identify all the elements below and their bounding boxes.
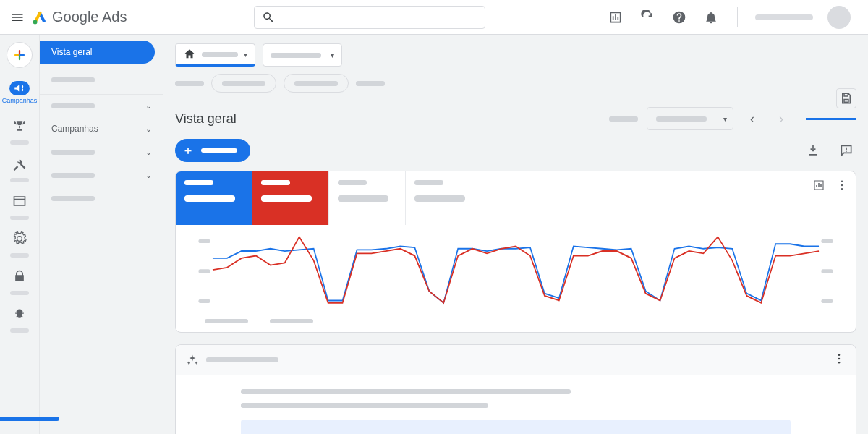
card-menu-button[interactable] [834, 177, 850, 193]
refresh-icon[interactable] [639, 9, 656, 26]
gear-icon [12, 231, 27, 246]
sidebar-item[interactable] [40, 187, 163, 210]
avatar[interactable] [827, 6, 851, 29]
chart-type-button[interactable] [811, 177, 827, 193]
svg-point-12 [838, 354, 841, 356]
filter-chip[interactable] [211, 74, 276, 93]
trophy-icon [12, 119, 27, 133]
metric-tab-3[interactable] [329, 171, 406, 225]
metric-tab-1[interactable] [176, 171, 252, 225]
more-vert-icon [833, 352, 846, 365]
sidebar-item-label: Vista geral [51, 47, 92, 57]
svg-point-5 [841, 188, 843, 190]
sidebar-item[interactable] [40, 68, 163, 91]
plus-icon: ＋ [181, 143, 195, 158]
save-view-button[interactable] [836, 88, 856, 109]
plus-icon [13, 48, 26, 61]
svg-point-0 [33, 20, 38, 24]
rail-item-campaigns[interactable]: Campanhas [2, 78, 38, 107]
date-prev-button[interactable]: ‹ [742, 109, 762, 129]
svg-point-14 [838, 362, 841, 364]
rail-bottom-link[interactable] [0, 412, 65, 425]
more-vert-icon [835, 179, 848, 192]
main-content: ▾ ▾ Vista geral ‹ › ＋ [163, 35, 868, 434]
sidebar-item[interactable]: ⌄ [40, 94, 163, 117]
svg-point-4 [841, 184, 843, 187]
sidebar-item[interactable]: ⌄ [40, 140, 163, 163]
home-icon [183, 48, 196, 61]
menu-icon[interactable] [9, 9, 26, 26]
chevron-down-icon: ⌄ [145, 171, 152, 180]
notifications-icon[interactable] [702, 9, 720, 26]
save-icon [840, 92, 853, 105]
legend-item [205, 319, 248, 323]
rail-label-campaigns: Campanhas [2, 97, 38, 104]
new-campaign-button[interactable]: ＋ [175, 139, 250, 162]
filter-label [175, 81, 204, 86]
nav-rail: Campanhas [0, 35, 39, 434]
date-next-button[interactable]: › [771, 109, 791, 129]
card-menu-button[interactable] [833, 352, 846, 367]
sidebar-item-overview[interactable]: Vista geral [40, 41, 155, 64]
metric-tab-4[interactable] [406, 171, 482, 225]
download-icon [806, 143, 820, 158]
chevron-down-icon: ⌄ [145, 101, 152, 111]
rail-item-admin[interactable] [11, 230, 28, 247]
caret-down-icon: ▾ [331, 51, 334, 59]
search-icon [262, 11, 275, 24]
metric-tab-2[interactable] [252, 171, 329, 225]
megaphone-icon [13, 82, 26, 95]
filter-chip[interactable] [284, 74, 349, 93]
sidebar-item[interactable]: ⌄ [40, 163, 163, 187]
svg-point-3 [841, 180, 843, 182]
bar-chart-icon [812, 179, 825, 192]
rail-item-billing[interactable] [11, 192, 28, 210]
sidebar-item-label: Campanhas [51, 124, 98, 134]
download-button[interactable] [803, 140, 823, 161]
chevron-down-icon: ⌄ [145, 148, 152, 157]
help-icon[interactable] [671, 9, 688, 26]
sidebar-section-campaigns[interactable]: Campanhas⌄ [40, 117, 163, 140]
card-icon [12, 194, 27, 208]
legend-item [270, 319, 313, 323]
recommendation-card [175, 344, 856, 434]
performance-chart [176, 225, 856, 319]
chevron-down-icon: ⌄ [145, 124, 152, 134]
logo-text: Google Ads [52, 9, 127, 25]
recommendation-cta[interactable] [241, 420, 791, 434]
date-label [609, 116, 638, 122]
google-ads-logo-icon [32, 9, 48, 25]
sidebar: Vista geral ⌄ Campanhas⌄ ⌄ ⌄ [39, 35, 163, 434]
reports-icon[interactable] [607, 9, 624, 26]
feedback-icon [839, 143, 854, 158]
logo[interactable]: Google Ads [32, 9, 127, 25]
page-title: Vista geral [175, 111, 600, 127]
bug-icon [12, 307, 27, 321]
active-view-indicator [806, 118, 856, 120]
create-fab[interactable] [7, 42, 33, 68]
feedback-button[interactable] [836, 140, 856, 161]
rail-item-security[interactable] [11, 268, 28, 285]
campaign-scope-chip[interactable]: ▾ [263, 43, 342, 67]
performance-card [175, 171, 856, 333]
svg-point-13 [838, 358, 841, 360]
account-label[interactable] [755, 14, 813, 20]
search-box[interactable] [254, 6, 485, 29]
rail-item-goals[interactable] [11, 117, 28, 135]
tools-icon [12, 156, 27, 171]
lock-icon [12, 269, 27, 284]
rail-item-debug[interactable] [11, 305, 28, 323]
rail-item-tools[interactable] [11, 155, 28, 172]
account-scope-chip[interactable]: ▾ [175, 43, 255, 67]
search-input[interactable] [281, 12, 477, 22]
sparkle-icon [186, 354, 199, 367]
header: Google Ads [0, 0, 868, 35]
date-range-picker[interactable] [647, 107, 733, 130]
caret-down-icon: ▾ [244, 51, 247, 59]
filter-label [356, 81, 385, 86]
